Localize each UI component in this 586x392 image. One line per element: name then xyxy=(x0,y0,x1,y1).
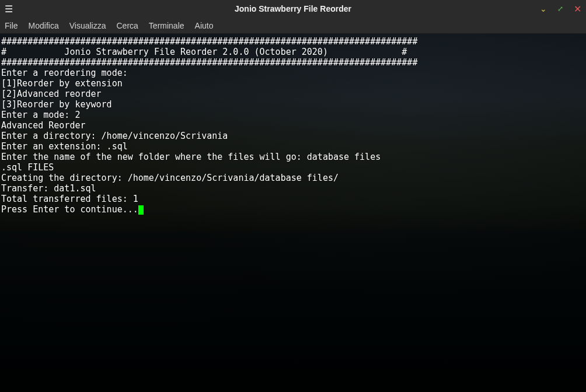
terminal-line: Enter a reordering mode: xyxy=(1,68,585,78)
terminal-line: ########################################… xyxy=(1,57,585,68)
terminal-line: Total transferred files: 1 xyxy=(1,194,585,204)
terminal-line: Enter an extension: .sql xyxy=(1,141,585,152)
terminal-line: # Jonio Strawberry File Reorder 2.0.0 (O… xyxy=(1,47,585,57)
terminal-line: Press Enter to continue... xyxy=(1,204,585,215)
terminal-line: Creating the directory: /home/vincenzo/S… xyxy=(1,173,585,183)
menu-file[interactable]: File xyxy=(5,21,18,30)
terminal-line: Enter a mode: 2 xyxy=(1,110,585,120)
hamburger-menu-icon[interactable]: ☰ xyxy=(0,4,18,15)
titlebar: ☰ Jonio Strawberry File Reorder ⌄ ⤢ ✕ xyxy=(0,0,586,18)
terminal-line: [2]Advanced reorder xyxy=(1,89,585,99)
terminal-line: .sql FILES xyxy=(1,162,585,173)
terminal-output: ########################################… xyxy=(0,34,586,217)
terminal-cursor xyxy=(138,205,144,215)
menu-terminal[interactable]: Terminale xyxy=(149,21,184,30)
terminal-line: Advanced Reorder xyxy=(1,120,585,131)
window-controls: ⌄ ⤢ ✕ xyxy=(540,4,581,15)
menu-view[interactable]: Visualizza xyxy=(69,21,106,30)
menu-help[interactable]: Aiuto xyxy=(195,21,214,30)
menubar: File Modifica Visualizza Cerca Terminale… xyxy=(0,18,586,34)
terminal-line: ########################################… xyxy=(1,36,585,47)
terminal-line: Transfer: dat1.sql xyxy=(1,183,585,194)
close-icon[interactable]: ✕ xyxy=(574,4,581,15)
terminal-line: [1]Reorder by extension xyxy=(1,78,585,89)
terminal-area[interactable]: ########################################… xyxy=(0,34,586,392)
minimize-icon[interactable]: ⌄ xyxy=(540,4,547,13)
terminal-line: [3]Reorder by keyword xyxy=(1,99,585,110)
maximize-icon[interactable]: ⤢ xyxy=(557,5,563,13)
window-title: Jonio Strawberry File Reorder xyxy=(235,4,351,13)
terminal-line: Enter a directory: /home/vincenzo/Scriva… xyxy=(1,131,585,141)
menu-search[interactable]: Cerca xyxy=(116,21,138,30)
terminal-line: Enter the name of the new folder where t… xyxy=(1,152,585,162)
menu-edit[interactable]: Modifica xyxy=(29,21,59,30)
